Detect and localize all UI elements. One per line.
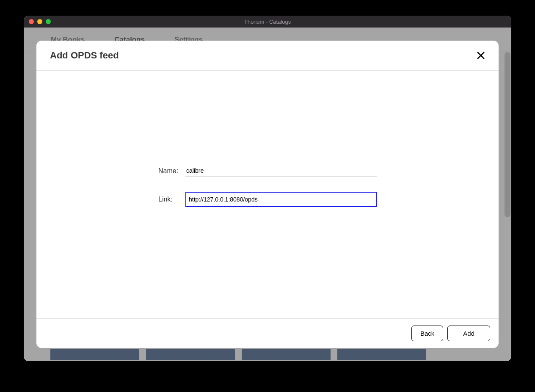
back-button[interactable]: Back bbox=[411, 326, 443, 341]
close-button[interactable] bbox=[475, 50, 487, 61]
window-controls bbox=[29, 19, 51, 24]
name-label: Name: bbox=[158, 167, 185, 175]
modal-title: Add OPDS feed bbox=[50, 50, 119, 61]
link-input[interactable] bbox=[185, 192, 377, 207]
window-close-button[interactable] bbox=[29, 19, 34, 24]
titlebar: Thorium - Catalogs bbox=[24, 16, 511, 28]
window-minimize-button[interactable] bbox=[37, 19, 42, 24]
modal-footer: Back Add bbox=[36, 318, 499, 348]
modal-header: Add OPDS feed bbox=[36, 41, 499, 71]
add-button[interactable]: Add bbox=[447, 326, 490, 341]
modal-body: Name: Link: bbox=[36, 71, 499, 318]
close-icon bbox=[476, 50, 486, 61]
name-row: Name: bbox=[158, 165, 377, 177]
link-row: Link: bbox=[158, 192, 377, 207]
add-opds-modal: Add OPDS feed Name: Link: Back Add bbox=[36, 41, 499, 348]
window-title: Thorium - Catalogs bbox=[24, 19, 511, 25]
name-input[interactable] bbox=[185, 165, 377, 177]
app-window: Thorium - Catalogs My Books Catalogs Set… bbox=[24, 16, 511, 361]
link-label: Link: bbox=[158, 196, 185, 203]
window-maximize-button[interactable] bbox=[46, 19, 51, 24]
